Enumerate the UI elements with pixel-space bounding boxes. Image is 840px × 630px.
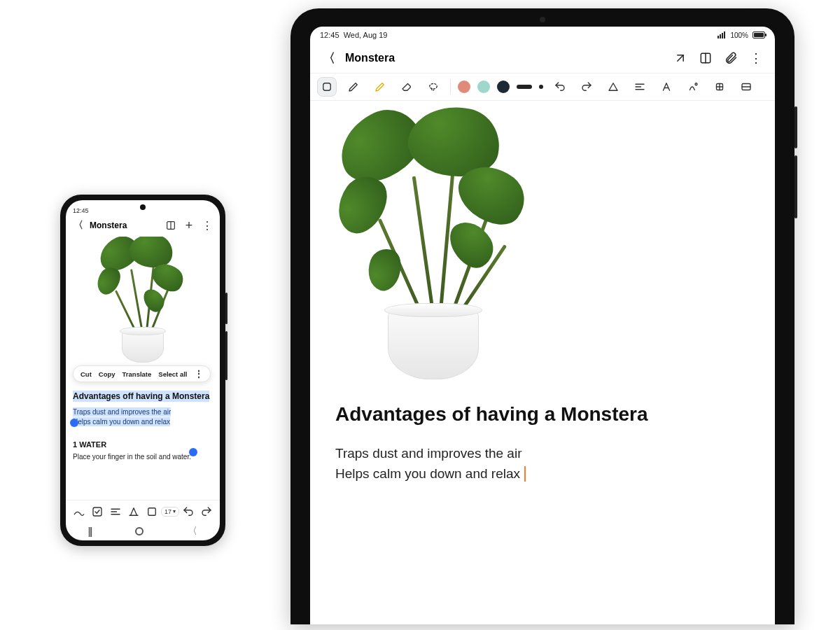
note-heading-selected[interactable]: Advantages off having a Monstera xyxy=(73,391,209,402)
color-swatch-1[interactable] xyxy=(458,80,470,93)
zoom-lock-icon[interactable] xyxy=(710,77,729,97)
more-icon[interactable]: ⋮ xyxy=(200,218,214,232)
handwriting-icon[interactable] xyxy=(70,502,88,522)
more-icon[interactable]: ⋮ xyxy=(747,49,765,67)
reading-mode-icon[interactable] xyxy=(164,218,178,232)
selection-handle-end[interactable] xyxy=(189,448,197,456)
color-swatch-2[interactable] xyxy=(477,80,490,93)
phone-front-camera xyxy=(140,204,146,210)
shape-tool-icon[interactable] xyxy=(603,77,623,97)
text-style-icon[interactable] xyxy=(125,502,143,522)
note-body-selected[interactable]: Traps dust and improves the air Helps ca… xyxy=(73,407,213,426)
lasso-tool-icon[interactable] xyxy=(424,77,443,97)
tablet-status-bar: 12:45 Wed, Aug 19 100% xyxy=(310,27,775,43)
undo-icon[interactable] xyxy=(179,502,197,522)
svg-point-11 xyxy=(430,84,438,90)
signal-icon xyxy=(718,31,726,38)
font-color-icon[interactable] xyxy=(143,502,161,522)
context-select-all[interactable]: Select all xyxy=(158,370,187,378)
note-line2: Helps calm you down and relax xyxy=(335,466,520,481)
easy-writing-pad-icon[interactable] xyxy=(736,77,756,97)
battery-icon xyxy=(752,31,765,38)
tablet-front-camera xyxy=(540,17,545,22)
align-tool-icon[interactable] xyxy=(630,77,650,97)
svg-point-16 xyxy=(695,83,697,85)
note-line1: Traps dust and improves the air xyxy=(73,407,171,416)
note-line2: Helps calm you down and relax xyxy=(73,417,170,426)
attach-icon[interactable] xyxy=(722,49,740,67)
back-icon[interactable]: 〈 xyxy=(320,49,338,67)
nav-recents-icon[interactable]: ||| xyxy=(88,526,92,537)
note-title: Monstera xyxy=(90,220,127,230)
toolbar-divider xyxy=(450,79,451,94)
phone-status-time: 12:45 xyxy=(73,207,89,214)
tablet-status-right: 100% xyxy=(718,31,765,39)
tablet-power-button xyxy=(794,106,797,148)
note-heading[interactable]: Advantages of having a Monstera xyxy=(335,403,750,426)
context-copy[interactable]: Copy xyxy=(99,370,115,378)
convert-handwriting-icon[interactable] xyxy=(683,77,703,97)
context-cut[interactable]: Cut xyxy=(80,370,92,378)
reading-mode-icon[interactable] xyxy=(696,49,715,67)
phone-app-bar: 〈 Monstera + ⋮ xyxy=(66,214,220,237)
nav-back-icon[interactable]: 〈 xyxy=(188,525,197,538)
highlighter-tool-icon[interactable] xyxy=(370,77,390,97)
phone-system-nav-bar: ||| 〈 xyxy=(66,522,220,540)
selection-tool-icon[interactable] xyxy=(317,77,337,97)
tablet-status-time: 12:45 xyxy=(320,31,340,39)
tablet-status-left: 12:45 Wed, Aug 19 xyxy=(320,31,387,39)
selection-handle-start[interactable] xyxy=(70,419,78,427)
phone-power-button xyxy=(225,293,227,324)
font-size-picker[interactable]: 17▾ xyxy=(161,507,179,517)
pen-tool-icon[interactable] xyxy=(344,77,363,97)
plant-image xyxy=(97,237,188,363)
tablet-device-frame: 12:45 Wed, Aug 19 100% 〈 Monstera ⋮ xyxy=(290,8,794,624)
undo-icon[interactable] xyxy=(550,77,570,97)
context-more-icon[interactable]: ⋮ xyxy=(195,370,203,378)
eraser-tool-icon[interactable] xyxy=(397,77,416,97)
tablet-note-canvas[interactable]: Advantages of having a Monstera Traps du… xyxy=(310,101,775,624)
phone-screen: 12:45 〈 Monstera + ⋮ Cut Copy Translate … xyxy=(66,200,220,540)
nav-home-icon[interactable] xyxy=(135,527,144,536)
context-translate[interactable]: Translate xyxy=(122,370,152,378)
stroke-thickness-bar-icon[interactable] xyxy=(517,85,532,89)
expand-icon[interactable] xyxy=(671,49,690,67)
note-body[interactable]: Traps dust and improves the air Helps ca… xyxy=(335,444,750,484)
align-icon[interactable] xyxy=(106,502,125,522)
tablet-screen: 12:45 Wed, Aug 19 100% 〈 Monstera ⋮ xyxy=(310,27,775,624)
tablet-app-bar: 〈 Monstera ⋮ xyxy=(310,43,775,73)
plant-image xyxy=(342,113,524,379)
text-tool-icon[interactable] xyxy=(657,77,676,97)
phone-volume-button xyxy=(225,331,227,380)
redo-icon[interactable] xyxy=(197,502,216,522)
checkbox-icon[interactable] xyxy=(88,502,106,522)
tablet-status-date: Wed, Aug 19 xyxy=(344,31,388,39)
back-icon[interactable]: 〈 xyxy=(71,218,85,232)
phone-device-frame: 12:45 〈 Monstera + ⋮ Cut Copy Translate … xyxy=(60,195,225,546)
phone-note-canvas[interactable]: Cut Copy Translate Select all ⋮ Advantag… xyxy=(66,237,220,500)
text-selection-context-menu: Cut Copy Translate Select all ⋮ xyxy=(73,365,211,382)
note-title: Monstera xyxy=(345,52,395,64)
battery-percent: 100% xyxy=(730,31,748,39)
tablet-drawing-toolbar xyxy=(310,73,775,101)
add-icon[interactable]: + xyxy=(182,218,196,232)
text-cursor xyxy=(524,466,526,482)
note-line1: Traps dust and improves the air xyxy=(335,446,522,461)
phone-editor-toolbar: 17▾ xyxy=(66,500,220,522)
svg-rect-10 xyxy=(323,83,331,91)
stroke-thickness-dot-icon[interactable] xyxy=(539,85,543,89)
svg-rect-7 xyxy=(148,507,156,515)
color-swatch-3[interactable] xyxy=(497,80,510,93)
svg-rect-2 xyxy=(93,507,102,516)
tablet-volume-button xyxy=(794,155,797,218)
redo-icon[interactable] xyxy=(577,77,596,97)
